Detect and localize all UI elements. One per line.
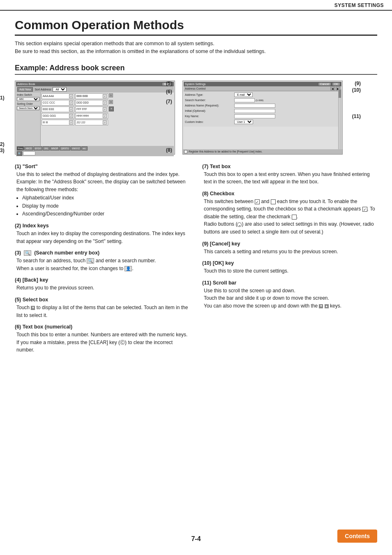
ss-titlebar: System Settings Cancel OK [184, 82, 341, 86]
ss-screen-inner: System Settings Cancel OK Address Contro… [183, 81, 342, 154]
desc-body-3: To search for an address, touch 🔍 and en… [15, 257, 190, 272]
ss-key-name-row: Key Name: [185, 114, 340, 118]
ss-footer-checkbox[interactable] [184, 150, 187, 153]
contents-button[interactable]: Contents [337, 530, 377, 543]
desc-item-4: (4) [Back] key Returns you to the previo… [15, 277, 190, 292]
page-content: Common Operation Methods This section ex… [0, 11, 392, 375]
desc-body-2: Touch an index key to display the corres… [15, 230, 190, 245]
ss-buttons: Cancel OK [318, 82, 340, 86]
ab-titlebar: Address Book Back [16, 82, 174, 86]
ss-address-name-label: Address Name (Required): [185, 104, 234, 107]
header-title: SYSTEM SETTINGS [334, 2, 384, 8]
list-cell-icon: ✓ [103, 94, 107, 98]
ss-address-type-label: Address Type: [185, 93, 234, 96]
ss-ok-button[interactable]: OK [332, 82, 340, 86]
ss-initial-input[interactable] [234, 109, 275, 113]
ab-plus-button[interactable]: + [109, 106, 114, 111]
ss-custom-index-row: Custom Index: User 1 [185, 120, 340, 124]
desc-item-10: (10) [OK] key Touch this to store the cu… [202, 260, 377, 275]
ab-index-qrstu[interactable]: QRSTU [60, 146, 70, 150]
ab-add-button[interactable]: Add New [17, 87, 33, 92]
ab-num: 1 [109, 93, 113, 97]
table-row: GGG GGG ✓ HHH HHH ✓ [42, 113, 173, 119]
ss-custom-index-label: Custom Index: [185, 120, 234, 123]
ss-search-hint: (1-999) [256, 99, 263, 102]
desc-title-10: (10) [OK] key [202, 260, 377, 266]
list-cell-text: DDD DDD [76, 101, 89, 104]
desc-title-2: (2) Index keys [15, 223, 190, 229]
list-cell-icon: ✓ [103, 120, 107, 125]
ab-index-switch-select[interactable]: ABC [17, 97, 39, 101]
callout-7: (7) [166, 99, 172, 104]
ss-key-name-label: Key Name: [185, 115, 234, 118]
ab-sidebar: Index Switch ABC Sorting Order Search Nu… [16, 92, 41, 146]
ss-initial-row: Initial (Optional): [185, 109, 340, 113]
ab-search-row: 🔍 [16, 151, 174, 156]
ab-toolbar: Add New Sort Address All [16, 86, 174, 92]
list-cell-icon: ✓ [69, 114, 73, 118]
page-number: 7-4 [136, 535, 256, 543]
list-item[interactable]: EEE EEE ✓ [42, 106, 74, 112]
list-item[interactable]: III III ✓ [42, 120, 74, 125]
desc-title-7: (7) Text box [202, 164, 377, 169]
right-screen-wrapper: System Settings Cancel OK Address Contro… [182, 81, 343, 155]
intro-text: This section explains special operation … [15, 40, 377, 56]
footer-right: Contents [256, 530, 377, 543]
ab-index-efgh[interactable]: EFGH [34, 146, 42, 150]
callout-11: (11) [352, 113, 361, 119]
ab-index-mnop[interactable]: MNOP [50, 146, 60, 150]
ss-search-number-input[interactable] [234, 98, 255, 102]
list-cell-icon: ✓ [69, 94, 73, 98]
list-cell-icon: ✓ [69, 120, 73, 125]
callout-3: (3) [0, 148, 5, 153]
table-row: III III ✓ JJJ JJJ ✓ [42, 120, 173, 125]
list-item[interactable]: JJJ JJJ ✓ [75, 120, 108, 125]
list-item[interactable]: CCC CCC ✓ [42, 100, 74, 106]
section-title: Example: Address book screen [15, 64, 377, 75]
ab-index-vwxyz[interactable]: VWXYZ [71, 146, 81, 150]
ab-search-icon: 🔍 [17, 151, 22, 156]
ab-index-abcd[interactable]: ABCD [24, 146, 33, 150]
ss-prev-button[interactable]: ◀ [330, 87, 335, 90]
desc-title-5: (5) Select box [15, 297, 190, 303]
list-item[interactable]: DDD DDD ✓ [75, 100, 108, 106]
ab-num: 3 [109, 100, 113, 104]
ab-index-ijkl[interactable]: IJKL [43, 146, 50, 150]
ss-custom-index-select[interactable]: User 1 [234, 120, 253, 124]
ss-address-type-select[interactable]: E-mail [234, 92, 253, 97]
ab-index-freq[interactable]: Freq [17, 146, 24, 150]
table-row: CCC CCC ✓ DDD DDD ✓ 3 [42, 100, 173, 106]
list-cell-text: AAA AAA [43, 95, 54, 97]
callout-10: (10) [352, 87, 361, 93]
ab-index-row: Freq ABCD EFGH IJKL MNOP QRSTU VWXYZ etc… [16, 146, 174, 151]
list-cell-text: HHH HHH [76, 114, 89, 117]
list-item[interactable]: HHH HHH ✓ [75, 113, 108, 119]
desc-title-9: (9) [Cancel] key [202, 241, 377, 247]
desc-item-11: (11) Scroll bar Use this to scroll the s… [202, 280, 377, 310]
list-item[interactable]: GGG GGG ✓ [42, 113, 74, 119]
desc-title-11: (11) Scroll bar [202, 280, 377, 286]
ss-key-name-input[interactable] [234, 114, 275, 118]
desc-item-6: (6) Text box (numerical) Touch this box … [15, 324, 190, 354]
ss-cancel-button[interactable]: Cancel [318, 82, 331, 86]
ab-title: Address Book [17, 83, 35, 86]
list-cell-text: III III [43, 121, 48, 124]
ab-search-input[interactable] [23, 151, 35, 155]
ab-index-etc[interactable]: etc. [81, 146, 88, 150]
desc-body-4: Returns you to the previous screen. [15, 284, 190, 292]
list-item[interactable]: BBB BBB ✓ [75, 93, 108, 99]
desc-body-11: Use this to scroll the screen up and dow… [202, 287, 377, 310]
list-cell-icon: ✓ [69, 101, 73, 105]
list-item[interactable]: AAA AAA ✓ [42, 93, 74, 99]
desc-body-10: Touch this to store the current settings… [202, 267, 377, 275]
ab-sort-select[interactable]: All [53, 87, 67, 92]
desc-title-6: (6) Text box (numerical) [15, 324, 190, 330]
intro-line2: Be sure to read this section, as the inf… [15, 48, 377, 56]
list-cell-icon: ✓ [103, 114, 107, 118]
list-item[interactable]: FFF FFF ✓ [75, 106, 108, 112]
callout-8: (8) [166, 147, 172, 153]
ss-address-name-input[interactable] [234, 104, 275, 108]
screenshot-area: Address Book Back Add New Sort Address A… [15, 81, 377, 155]
ab-sorting-select[interactable]: Search Number [17, 106, 39, 110]
ss-scrollbar[interactable] [338, 89, 341, 153]
